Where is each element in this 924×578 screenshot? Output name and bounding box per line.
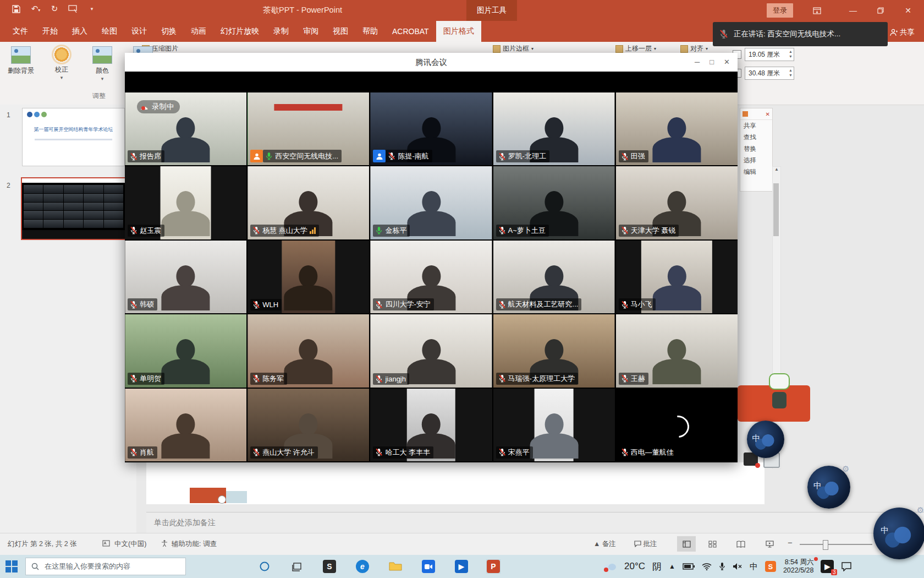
tab-录制[interactable]: 录制 [266, 21, 296, 42]
action-center-icon[interactable] [841, 561, 852, 571]
floating-avatar-small[interactable]: 中 [747, 421, 784, 458]
scrollbar-thumb[interactable] [773, 183, 779, 236]
taskbar-search[interactable]: 在这里输入你要搜索的内容 [25, 558, 186, 575]
sogou-pinned-icon[interactable]: S [322, 559, 337, 574]
participant-tile[interactable]: 天津大学 聂锐 [616, 166, 738, 239]
tab-动画[interactable]: 动画 [184, 21, 213, 42]
zoom-out-button[interactable]: − [788, 538, 793, 547]
tab-审阅[interactable]: 审阅 [296, 21, 326, 42]
tab-绘图[interactable]: 绘图 [95, 21, 124, 42]
minimize-button[interactable]: — [844, 4, 862, 17]
fragment-item-替换[interactable]: 替换 [740, 143, 772, 155]
fragment-item-选择[interactable]: 选择 [740, 155, 772, 166]
normal-view-button[interactable] [677, 536, 696, 552]
tab-幻灯片放映[interactable]: 幻灯片放映 [213, 21, 266, 42]
reading-view-button[interactable] [732, 536, 750, 552]
participant-tile[interactable]: 赵玉震 [125, 166, 246, 239]
width-input[interactable]: 30.48 厘米▲▼ [745, 67, 794, 80]
participant-tile[interactable]: 单明贺 [125, 314, 246, 387]
participant-tile[interactable]: 哈工大 李丰丰 [370, 389, 492, 461]
width-spinner[interactable]: ▲▼ [789, 68, 793, 78]
file-explorer-icon[interactable] [388, 559, 403, 574]
participant-tile[interactable]: jiangjh [370, 314, 492, 387]
slide-1-thumbnail[interactable]: 第一届可展开空间结构青年学术论坛 [22, 108, 125, 166]
participant-tile[interactable]: 罗凯-北理工 [493, 92, 615, 165]
floating-avatar-medium[interactable]: 中⚙ [807, 466, 850, 509]
powerpoint-taskbar-icon[interactable]: P [486, 559, 501, 574]
notes-pane[interactable]: 单击此处添加备注 [146, 512, 924, 533]
meeting-minimize-button[interactable]: ─ [695, 58, 700, 66]
tab-开始[interactable]: 开始 [35, 21, 65, 42]
tab-插入[interactable]: 插入 [65, 21, 95, 42]
tab-文件[interactable]: 文件 [6, 21, 35, 42]
spellcheck-icon[interactable] [102, 539, 110, 547]
slide-2-thumbnail[interactable] [21, 177, 126, 240]
tab-图片格式[interactable]: 图片格式 [436, 21, 481, 42]
ribbon-display-options-icon[interactable] [807, 4, 826, 17]
participant-tile[interactable]: ☁录制中报告席 [125, 92, 246, 165]
tab-帮助[interactable]: 帮助 [355, 21, 385, 42]
battery-icon[interactable] [683, 563, 695, 570]
accessibility-status[interactable]: 辅助功能: 调查 [172, 539, 217, 549]
participant-tile[interactable]: 马小飞 [616, 241, 738, 313]
fragment-close-icon[interactable]: ✕ [766, 111, 770, 117]
participant-tile[interactable]: 四川大学-安宁 [370, 241, 492, 313]
task-view-icon[interactable] [290, 559, 305, 574]
ribbon-button-color[interactable]: 颜色▾ [87, 46, 118, 80]
ribbon-button-corrections[interactable]: 校正▾ [46, 46, 77, 80]
participant-tile[interactable]: A~萝卜土豆 [493, 166, 615, 239]
meeting-titlebar[interactable]: 腾讯会议 ─ □ ✕ [125, 53, 738, 72]
height-spinner[interactable]: ▲▼ [789, 49, 793, 59]
tab-视图[interactable]: 视图 [326, 21, 355, 42]
meeting-maximize-button[interactable]: □ [710, 58, 714, 66]
close-button[interactable]: ✕ [899, 4, 917, 17]
height-input[interactable]: 19.05 厘米▲▼ [745, 48, 794, 61]
slideshow-from-start-icon[interactable] [68, 5, 78, 13]
tab-设计[interactable]: 设计 [124, 21, 154, 42]
slideshow-view-button[interactable] [760, 536, 779, 552]
participant-tile[interactable]: 陈提-南航 [370, 92, 492, 165]
strip-item-图片边框[interactable]: 图片边框▾ [493, 44, 534, 53]
fragment-item-查找[interactable]: 查找 [740, 132, 772, 143]
participant-tile[interactable]: 陈务军 [248, 314, 369, 387]
wifi-icon[interactable] [702, 563, 712, 570]
undo-icon[interactable]: ↶▾ [31, 4, 41, 14]
cortana-icon[interactable] [257, 559, 272, 574]
volume-muted-icon[interactable] [733, 563, 743, 570]
tray-mic-icon[interactable] [719, 562, 725, 571]
weather-temp[interactable]: 20°C [624, 561, 645, 572]
redo-icon[interactable]: ↻ [50, 4, 59, 14]
participant-tile[interactable]: 杨慧 燕山大学 [248, 166, 369, 239]
participant-tile[interactable]: 西安空间无线电技... [248, 92, 369, 165]
tab-ACROBAT[interactable]: ACROBAT [385, 21, 436, 42]
participant-tile[interactable]: 肖航 [125, 389, 246, 461]
participant-tile[interactable]: 田强 [616, 92, 738, 165]
share-button[interactable]: 共享 [890, 28, 915, 37]
tray-expand-icon[interactable]: ▲ [669, 563, 675, 570]
participant-tile[interactable]: 燕山大学 许允斗 [248, 389, 369, 461]
strip-item-对齐[interactable]: 对齐▾ [680, 44, 708, 53]
restore-button[interactable] [871, 4, 890, 17]
participant-tile[interactable]: 航天材料及工艺研究... [493, 241, 615, 313]
weather-condition[interactable]: 阴 [652, 560, 662, 573]
tab-切换[interactable]: 切换 [154, 21, 184, 42]
save-icon[interactable] [12, 5, 22, 13]
app-with-badge-icon[interactable]: ▶ 3 [821, 560, 834, 573]
meeting-close-button[interactable]: ✕ [724, 58, 730, 66]
strip-item-上移一层[interactable]: 上移一层▾ [615, 44, 656, 53]
floating-avatar-large[interactable]: 中⚙ [873, 508, 924, 559]
edge-icon[interactable]: e [355, 559, 370, 574]
clock[interactable]: 8:54 周六 2022/5/28 [783, 558, 814, 575]
participant-tile[interactable]: 金栋平 [370, 166, 492, 239]
zoom-slider-track[interactable] [800, 544, 872, 545]
fragment-item-共享[interactable]: 共享 [740, 120, 772, 132]
selection-handle[interactable] [218, 495, 226, 504]
participant-tile[interactable]: 韩硕 [125, 241, 246, 313]
start-button[interactable] [6, 560, 19, 572]
participant-tile[interactable]: 王赫 [616, 314, 738, 387]
zoom-slider-handle[interactable] [823, 540, 828, 550]
participant-tile[interactable]: 宋燕平 [493, 389, 615, 461]
tencent-meeting-taskbar-icon[interactable] [421, 559, 436, 574]
slide-sorter-view-button[interactable] [703, 536, 722, 552]
comments-toggle[interactable]: 批注 [634, 539, 657, 549]
